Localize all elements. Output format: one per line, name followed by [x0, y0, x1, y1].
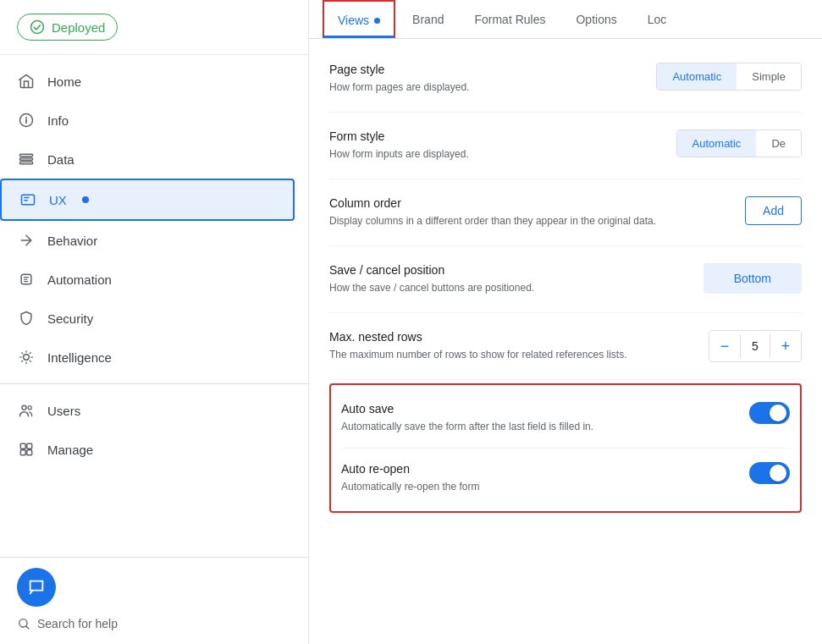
sidebar-item-home-label: Home	[47, 74, 81, 89]
tab-loc[interactable]: Loc	[634, 1, 681, 38]
form-style-automatic-btn[interactable]: Automatic	[677, 130, 757, 157]
sidebar-header: Deployed	[0, 0, 308, 55]
deployed-badge: Deployed	[17, 14, 118, 41]
column-order-control: Add	[745, 196, 802, 225]
save-cancel-info: Save / cancel position How the save / ca…	[329, 263, 687, 295]
sidebar: Deployed Home Info Data	[0, 0, 309, 644]
tab-options-label: Options	[576, 13, 616, 26]
svg-rect-4	[20, 162, 33, 164]
sidebar-item-home[interactable]: Home	[0, 62, 295, 101]
sidebar-item-manage-label: Manage	[47, 443, 93, 457]
svg-point-7	[24, 355, 30, 361]
sidebar-item-data[interactable]: Data	[0, 140, 295, 179]
svg-rect-2	[20, 154, 33, 157]
svg-rect-13	[27, 450, 32, 455]
nested-rows-counter: − 5 +	[709, 330, 802, 362]
sidebar-divider	[0, 383, 308, 384]
info-icon	[17, 111, 36, 129]
auto-reopen-toggle[interactable]	[749, 462, 790, 484]
sidebar-item-behavior-label: Behavior	[47, 234, 97, 248]
page-style-btn-group: Automatic Simple	[656, 63, 802, 91]
svg-point-9	[28, 406, 31, 410]
tab-options[interactable]: Options	[562, 1, 630, 38]
column-order-title: Column order	[329, 196, 728, 210]
sidebar-item-users[interactable]: Users	[0, 391, 295, 430]
form-style-title: Form style	[329, 129, 659, 143]
data-icon	[17, 150, 36, 168]
auto-reopen-desc: Automatically re-open the form	[341, 479, 732, 494]
sidebar-item-automation[interactable]: Automation	[0, 260, 295, 299]
nested-rows-value: 5	[740, 334, 770, 358]
automation-icon	[17, 270, 36, 289]
form-style-info: Form style How form inputs are displayed…	[329, 129, 659, 162]
max-nested-rows-desc: The maximum number of rows to show for r…	[329, 347, 692, 362]
form-style-control: Automatic De	[676, 129, 802, 157]
search-icon	[17, 617, 30, 630]
sidebar-item-security[interactable]: Security	[0, 299, 295, 338]
auto-reopen-control	[749, 462, 790, 484]
sidebar-item-ux-label: UX	[49, 193, 67, 207]
page-style-title: Page style	[329, 63, 639, 76]
save-cancel-desc: How the save / cancel buttons are positi…	[329, 280, 687, 295]
shield-icon	[17, 309, 36, 328]
column-order-desc: Display columns in a different order tha…	[329, 213, 728, 228]
intelligence-icon	[17, 348, 36, 366]
page-style-control: Automatic Simple	[656, 63, 802, 91]
page-style-automatic-btn[interactable]: Automatic	[657, 63, 736, 90]
auto-save-control	[749, 402, 790, 424]
auto-save-row: Auto save Automatically save the form af…	[341, 388, 790, 448]
sidebar-item-manage[interactable]: Manage	[0, 430, 295, 469]
sidebar-item-intelligence[interactable]: Intelligence	[0, 338, 295, 377]
form-style-btn-group: Automatic De	[676, 129, 802, 157]
svg-rect-12	[20, 450, 25, 455]
nested-rows-minus-button[interactable]: −	[709, 331, 740, 361]
tabs-bar: Views Brand Format Rules Options Loc	[309, 0, 822, 39]
sidebar-item-ux[interactable]: UX	[0, 179, 295, 221]
tab-views[interactable]: Views	[323, 0, 395, 38]
sidebar-item-behavior[interactable]: Behavior	[0, 221, 295, 260]
search-help[interactable]: Search for help	[17, 617, 291, 630]
tab-format-rules-label: Format Rules	[474, 13, 545, 26]
check-circle-icon	[30, 19, 45, 35]
column-order-add-button[interactable]: Add	[745, 196, 802, 225]
main-content: Views Brand Format Rules Options Loc Pag…	[309, 0, 822, 644]
column-order-row: Column order Display columns in a differ…	[329, 179, 802, 246]
auto-save-toggle-knob	[770, 405, 786, 421]
tab-brand-label: Brand	[412, 13, 444, 26]
svg-rect-11	[27, 443, 32, 449]
form-style-de-btn[interactable]: De	[756, 130, 801, 157]
ux-dot	[82, 196, 89, 203]
auto-reopen-row: Auto re-open Automatically re-open the f…	[341, 448, 790, 508]
svg-rect-10	[20, 443, 25, 449]
sidebar-item-intelligence-label: Intelligence	[47, 350, 112, 365]
save-cancel-position-button[interactable]: Bottom	[703, 263, 802, 294]
auto-save-title: Auto save	[341, 402, 732, 416]
auto-reopen-info: Auto re-open Automatically re-open the f…	[341, 462, 732, 494]
sidebar-item-info[interactable]: Info	[0, 101, 295, 140]
chat-fab-button[interactable]	[17, 568, 56, 607]
auto-save-info: Auto save Automatically save the form af…	[341, 402, 732, 434]
manage-icon	[17, 440, 36, 459]
form-style-row: Form style How form inputs are displayed…	[329, 113, 802, 179]
tab-views-label: Views	[338, 14, 369, 27]
tab-format-rules[interactable]: Format Rules	[461, 1, 559, 38]
auto-settings-section: Auto save Automatically save the form af…	[329, 383, 802, 513]
save-cancel-row: Save / cancel position How the save / ca…	[329, 246, 802, 313]
page-style-simple-btn[interactable]: Simple	[736, 63, 801, 90]
svg-point-8	[22, 405, 26, 410]
nested-rows-plus-button[interactable]: +	[770, 331, 801, 361]
tab-brand[interactable]: Brand	[399, 1, 457, 38]
auto-reopen-toggle-knob	[770, 465, 786, 482]
page-style-info: Page style How form pages are displayed.	[329, 63, 639, 95]
search-help-label: Search for help	[37, 617, 118, 630]
deployed-label: Deployed	[52, 20, 105, 35]
page-style-row: Page style How form pages are displayed.…	[329, 46, 802, 113]
sidebar-item-users-label: Users	[47, 404, 80, 418]
auto-save-toggle[interactable]	[749, 402, 790, 424]
tab-views-dot	[374, 18, 380, 24]
tab-loc-label: Loc	[648, 13, 667, 26]
sidebar-item-security-label: Security	[47, 311, 93, 326]
ux-icon	[19, 190, 37, 209]
sidebar-footer: Search for help	[0, 557, 308, 644]
svg-rect-5	[22, 195, 35, 205]
